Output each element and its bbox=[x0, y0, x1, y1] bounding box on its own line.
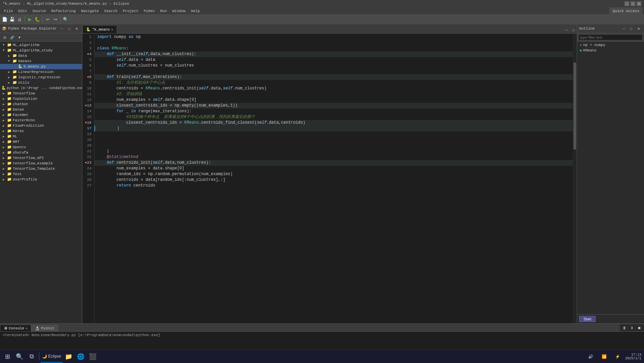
tree-item-nmt[interactable]: ▶ 📁 NMT bbox=[0, 139, 82, 145]
run-button[interactable]: ▶ bbox=[27, 16, 33, 23]
menu-refactoring[interactable]: Refactoring bbox=[48, 8, 78, 14]
undo-button[interactable]: ↩ bbox=[44, 16, 51, 23]
menu-run[interactable]: Run bbox=[158, 8, 170, 14]
line-27: 27 bbox=[82, 183, 93, 189]
explorer-maximize[interactable]: □ bbox=[66, 25, 73, 32]
tree-item-tensorflow-example[interactable]: ▶ 📁 tensorflow_example bbox=[0, 161, 82, 166]
menu-file[interactable]: File bbox=[1, 8, 15, 14]
line-16: ● 16 bbox=[82, 120, 93, 126]
tree-item-keras[interactable]: ▶ 📁 Keras bbox=[0, 128, 82, 134]
new-button[interactable]: 📄 bbox=[1, 16, 8, 23]
code-line-14: for _ in range(max_iterations): bbox=[94, 109, 573, 114]
tree-item-logistic[interactable]: ▶ 📁 logistic_regression bbox=[0, 75, 82, 80]
menu-help[interactable]: Help bbox=[188, 8, 202, 14]
outline-minimize[interactable]: ─ bbox=[620, 25, 627, 32]
redo-button[interactable]: ↪ bbox=[52, 16, 58, 23]
quick-access[interactable]: Quick Access bbox=[609, 7, 643, 15]
tree-item-userprofile[interactable]: ▶ 📁 UserProfile bbox=[0, 177, 82, 182]
tab-console[interactable]: 🖥 Console ✕ bbox=[0, 325, 31, 331]
tab-close-button[interactable]: ✕ bbox=[111, 28, 113, 32]
folder-icon: 📁 bbox=[7, 161, 12, 166]
menu-project[interactable]: Project bbox=[120, 8, 141, 14]
eclipse-taskbar-button[interactable]: 🌙 Eclipse bbox=[41, 351, 63, 363]
tree-item-test[interactable]: ▶ 📁 Test bbox=[0, 171, 82, 177]
line-18: 18 bbox=[82, 131, 93, 137]
outline-item-np[interactable]: ▪ np = numpy bbox=[577, 42, 644, 48]
debug-button[interactable]: 🐛 bbox=[34, 16, 41, 23]
search-button[interactable]: 🔍 bbox=[13, 351, 26, 363]
tree-item-kmeans[interactable]: ▼ 📁 kmeans bbox=[0, 58, 82, 64]
console-tab-close[interactable]: ✕ bbox=[26, 326, 28, 330]
tree-item-chatbot[interactable]: ▶ 📁 chatbot bbox=[0, 102, 82, 107]
tab-k-means[interactable]: 🐍 *k_means ✕ bbox=[82, 25, 117, 33]
code-line-3: class KMeans: bbox=[94, 46, 573, 51]
tray-icon-2[interactable]: 📶 bbox=[598, 351, 610, 363]
menu-window[interactable]: Window bbox=[170, 8, 189, 14]
chrome-taskbar-button[interactable]: 🌐 bbox=[75, 351, 87, 363]
minimize-button[interactable]: ─ bbox=[625, 1, 629, 6]
editor-scrollbar[interactable] bbox=[573, 34, 577, 323]
close-button[interactable]: ✕ bbox=[637, 1, 641, 6]
tree-item-facenet[interactable]: ▶ 📁 FaceNet bbox=[0, 112, 82, 118]
tree-item-tensorflow-api[interactable]: ▶ 📁 Tensorflow_API bbox=[0, 155, 82, 161]
code-line-27: return centroids bbox=[94, 183, 573, 189]
menu-source[interactable]: Source bbox=[30, 8, 49, 14]
tree-item-dataa[interactable]: ▶ 📁 DataA bbox=[0, 107, 82, 112]
start-button[interactable]: Start bbox=[579, 316, 596, 322]
collapse-all-button[interactable]: ⊟ bbox=[1, 34, 8, 41]
maximize-button[interactable]: □ bbox=[631, 1, 635, 6]
tree-item-ml-algorithm[interactable]: ▼ 📁 ML_algorithm bbox=[0, 42, 82, 48]
tree-item-flowprediction[interactable]: ▶ 📁 FlowPrediction bbox=[0, 123, 82, 128]
tree-item-opencv[interactable]: ▶ 📁 Opencv bbox=[0, 145, 82, 150]
start-menu-button[interactable]: ⊞ bbox=[1, 351, 13, 363]
search-button[interactable]: 🔍 bbox=[62, 16, 69, 23]
tree-item-k-means-py[interactable]: 🐍 k_means.py bbox=[0, 64, 82, 69]
console-scroll-button[interactable]: ⬇ bbox=[629, 324, 635, 331]
tree-item-utils[interactable]: ▶ 📁 utils bbox=[0, 80, 82, 85]
menu-pydev[interactable]: PyDev bbox=[141, 8, 158, 14]
menu-search[interactable]: Search bbox=[102, 8, 120, 14]
task-view-button[interactable]: ⧉ bbox=[26, 351, 38, 363]
window-controls[interactable]: ─ □ ✕ bbox=[625, 1, 641, 6]
print-button[interactable]: 🖨 bbox=[16, 16, 23, 23]
outline-filter-input[interactable] bbox=[578, 34, 643, 40]
outline-label-kmeans: KMeans bbox=[583, 48, 597, 52]
title-text: *k_means - ML_algorithm_study/kmeans/k_m… bbox=[3, 2, 129, 6]
tree-item-linear-regression[interactable]: ▶ 📁 LinearRegression bbox=[0, 69, 82, 75]
tree-item-topsolution[interactable]: ▶ 📁 TopSolution bbox=[0, 96, 82, 102]
tree-item-data[interactable]: ▶ 📁 data bbox=[0, 53, 82, 58]
save-button[interactable]: 💾 bbox=[9, 16, 15, 23]
terminal-taskbar-button[interactable]: ⬛ bbox=[87, 351, 99, 363]
tree-item-python[interactable]: 🐍 python (e:\Progr ... conda3\python.exe… bbox=[0, 85, 82, 91]
console-clear-button[interactable]: 🗑 bbox=[621, 324, 628, 331]
explorer-taskbar-button[interactable]: 📁 bbox=[63, 351, 75, 363]
outline-close[interactable]: ✕ bbox=[635, 25, 642, 32]
scrollbar-thumb[interactable] bbox=[573, 63, 576, 150]
code-line-4: def __init__(self,data,num_clustres): bbox=[94, 51, 573, 57]
menu-edit[interactable]: Edit bbox=[15, 8, 30, 14]
tree-item-tensorflow-template[interactable]: ▶ 📁 Tensorflow_Template bbox=[0, 166, 82, 171]
outline-item-kmeans[interactable]: ◆ KMeans bbox=[577, 48, 644, 53]
tray-icon-3[interactable]: ⚡ bbox=[612, 351, 624, 363]
folder-icon: 📁 bbox=[7, 118, 12, 123]
tray-icon-1[interactable]: 🔊 bbox=[585, 351, 597, 363]
link-with-editor-button[interactable]: 🔗 bbox=[9, 34, 15, 41]
tree-item-fasterrcnn[interactable]: ▶ 📁 FasterRcnn bbox=[0, 118, 82, 123]
explorer-minimize[interactable]: ─ bbox=[58, 25, 65, 32]
console-stop-button[interactable]: ⏹ bbox=[636, 324, 643, 331]
editor-maximize[interactable]: □ bbox=[570, 27, 577, 33]
tree-item-tensorflow[interactable]: ▶ 📁 Tensorflow bbox=[0, 91, 82, 96]
explorer-close[interactable]: ✕ bbox=[73, 25, 80, 32]
tab-pyunit[interactable]: 🔬 PyUnit bbox=[31, 325, 58, 331]
outline-maximize[interactable]: □ bbox=[628, 25, 635, 32]
tree-item-ml[interactable]: ▶ 📁 ML bbox=[0, 134, 82, 139]
line-2: 2 bbox=[82, 40, 93, 46]
menu-navigate[interactable]: Navigate bbox=[78, 8, 102, 14]
tree-item-ml-algorithm-study[interactable]: ▼ 📁 ML_algorithm_study bbox=[0, 48, 82, 53]
tree-item-shurufa[interactable]: ▶ 📁 shurufa bbox=[0, 150, 82, 155]
editor-minimize[interactable]: ─ bbox=[563, 27, 570, 33]
bottom-tabs: 🖥 Console ✕ 🔬 PyUnit 🗑 ⬇ ⏹ bbox=[0, 324, 644, 332]
explorer-menu-button[interactable]: ▼ bbox=[16, 34, 23, 41]
code-content[interactable]: import numpy as np class KMeans: def __i… bbox=[94, 34, 573, 323]
code-editor[interactable]: 1 2 3 ● 4 5 6 7 ● 8 9 10 11 12 ● 13 14 1… bbox=[82, 34, 577, 323]
